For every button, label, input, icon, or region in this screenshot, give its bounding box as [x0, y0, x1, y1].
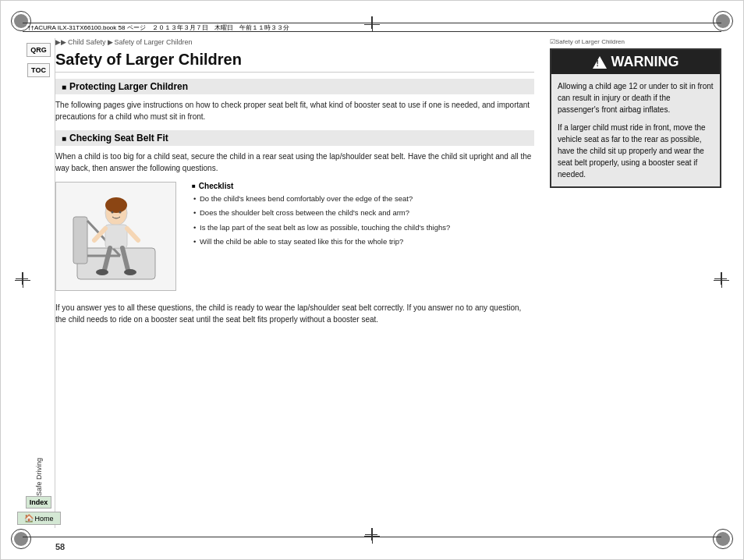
checklist-title: Checklist	[192, 182, 450, 190]
checklist-item: Do the child's knees bend comfortably ov…	[192, 193, 450, 204]
home-icon: 🏠	[24, 514, 34, 523]
warning-title: WARNING	[611, 54, 679, 70]
left-column: ▶▶ Child Safety ▶ Safety of Larger Child…	[55, 38, 540, 528]
checklist-list: Do the child's knees bend comfortably ov…	[192, 193, 450, 247]
page-title: Safety of Larger Children	[55, 51, 534, 73]
checklist-container: Checklist Do the child's knees bend comf…	[192, 182, 450, 296]
checklist-item: Does the shoulder belt cross between the…	[192, 207, 450, 218]
svg-point-6	[111, 211, 113, 214]
corner-br	[709, 525, 737, 553]
svg-point-7	[119, 211, 121, 214]
sidebar-index[interactable]: Index	[26, 496, 52, 509]
svg-rect-1	[73, 217, 87, 264]
warning-header: WARNING	[551, 50, 720, 74]
section1-text: The following pages give instructions on…	[55, 99, 534, 122]
crosshair-top	[364, 16, 380, 32]
child-illustration-svg	[62, 186, 171, 287]
breadcrumb-item2: Safety of Larger Children	[115, 38, 193, 46]
footer-line	[23, 537, 721, 537]
checklist-item: Is the lap part of the seat belt as low …	[192, 222, 450, 233]
warning-paragraph-1: Allowing a child age 12 or under to sit …	[558, 80, 714, 115]
svg-point-13	[96, 269, 108, 275]
section1-heading: Protecting Larger Children	[55, 79, 534, 94]
breadcrumb-arrow2: ▶	[108, 38, 113, 46]
main-content: ▶▶ Child Safety ▶ Safety of Larger Child…	[55, 38, 721, 528]
file-info: ††ACURA ILX-31TX66100.book 58 ページ ２０１３年３…	[27, 23, 289, 32]
svg-point-5	[105, 197, 127, 213]
warning-paragraph-2: If a larger child must ride in front, mo…	[558, 122, 714, 180]
section2-heading: Checking Seat Belt Fit	[55, 130, 534, 146]
svg-line-10	[127, 229, 138, 240]
breadcrumb-item1: Child Safety	[68, 38, 106, 46]
breadcrumb: ▶▶ Child Safety ▶ Safety of Larger Child…	[55, 38, 534, 46]
sidebar: QRG TOC Safe Driving Index 🏠 Home	[23, 38, 55, 528]
breadcrumb-arrow1: ▶▶	[55, 38, 66, 46]
svg-point-14	[124, 269, 136, 275]
page: ††ACURA ILX-31TX66100.book 58 ページ ２０１３年３…	[0, 0, 744, 560]
child-illustration-container	[55, 182, 176, 291]
right-breadcrumb: ☑Safety of Larger Children	[550, 38, 721, 45]
warning-text: Allowing a child age 12 or under to sit …	[551, 74, 720, 186]
sidebar-section-label: Safe Driving	[35, 87, 43, 496]
page-number: 58	[55, 542, 65, 551]
warning-box: WARNING Allowing a child age 12 or under…	[550, 48, 721, 188]
right-breadcrumb-text: ☑Safety of Larger Children	[550, 38, 625, 45]
corner-bl	[7, 525, 35, 553]
right-column: ☑Safety of Larger Children WARNING Allow…	[550, 38, 721, 528]
checklist-item: Will the child be able to stay seated li…	[192, 236, 450, 247]
warning-triangle-icon	[593, 56, 607, 69]
sidebar-home[interactable]: 🏠 Home	[17, 512, 61, 525]
footer-text: If you answer yes to all these questions…	[55, 302, 534, 325]
home-label: Home	[35, 515, 54, 523]
crosshair-bottom	[364, 528, 380, 544]
sidebar-tab-toc[interactable]: TOC	[27, 63, 50, 77]
section2-intro: When a child is too big for a child seat…	[55, 151, 534, 174]
sidebar-tab-qrg[interactable]: QRG	[27, 43, 51, 57]
svg-rect-8	[105, 225, 127, 248]
